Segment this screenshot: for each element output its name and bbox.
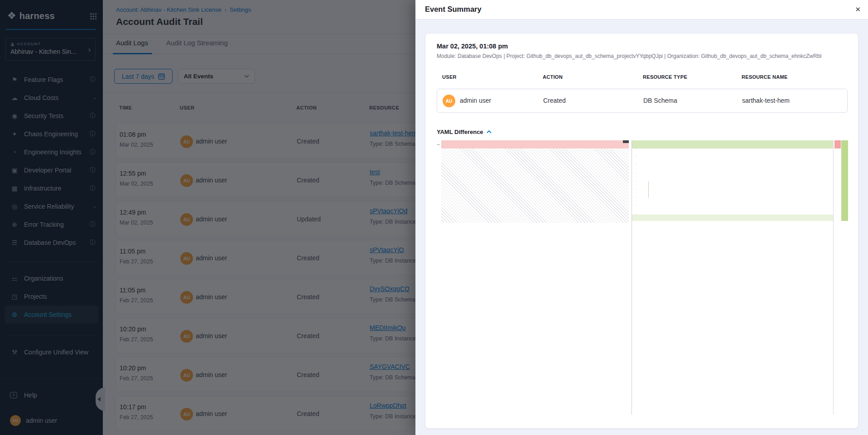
- avatar: AU: [443, 95, 455, 107]
- removed-line-marker: −: [437, 141, 440, 148]
- screen: ❖ harness ACCOUNT Abhinav - Kitchen Sin.…: [0, 0, 868, 435]
- overview-ruler-removed: [834, 140, 841, 148]
- drawer-column-user: USER: [442, 74, 457, 80]
- yaml-diff-editor[interactable]: − + dbschema: + identifier: sarthaktesth…: [437, 140, 848, 415]
- diff-added-line: + orgIdentifier: Github_db_devops_aut_db…: [632, 198, 833, 206]
- chevron-up-icon: [487, 130, 492, 134]
- diff-added-line: + location: asdsad.yaml: [632, 190, 833, 198]
- drawer-column-resource-type: RESOURCE TYPE: [643, 74, 687, 80]
- removed-line: [441, 140, 629, 148]
- diff-added-line: + tags: []: [632, 165, 833, 173]
- diff-added-line: + name: sarthak-test-hem: [632, 157, 833, 165]
- diff-right-border: [833, 140, 834, 415]
- diff-added-line: + identifier: sarthaktesthem: [632, 148, 833, 157]
- overview-ruler-added[interactable]: [841, 140, 848, 221]
- diff-added-line: + changeLog:: [632, 173, 833, 182]
- diff-added-line: + dbschema:: [632, 140, 833, 148]
- drawer-title: Event Summary: [425, 5, 482, 14]
- event-detail-row: AU admin user Created DB Schema sarthak-…: [437, 89, 848, 113]
- diff-sash-handle[interactable]: [623, 140, 629, 143]
- event-summary-drawer: Event Summary ✕ Mar 02, 2025, 01:08 pm M…: [415, 0, 868, 435]
- drawer-column-action: ACTION: [543, 74, 563, 80]
- drawer-column-resource-name: RESOURCE NAME: [742, 74, 788, 80]
- empty-diff-region: [441, 148, 629, 223]
- event-card: Mar 02, 2025, 01:08 pm Module: Database …: [425, 33, 858, 429]
- event-meta: Module: Database DevOps | Project: Githu…: [437, 53, 849, 59]
- diff-added-trailing-line: +: [632, 215, 833, 221]
- close-icon[interactable]: ✕: [855, 5, 861, 14]
- diff-added-line: + connector: DbDevopsoBKpcpIfEV: [632, 182, 833, 190]
- diff-added-line: + projectIdentifier: Github_db_devops_au…: [632, 206, 833, 215]
- drawer-header: Event Summary ✕: [415, 0, 868, 19]
- yaml-difference-toggle[interactable]: YAML Difference: [437, 129, 492, 135]
- event-datetime: Mar 02, 2025, 01:08 pm: [437, 43, 508, 50]
